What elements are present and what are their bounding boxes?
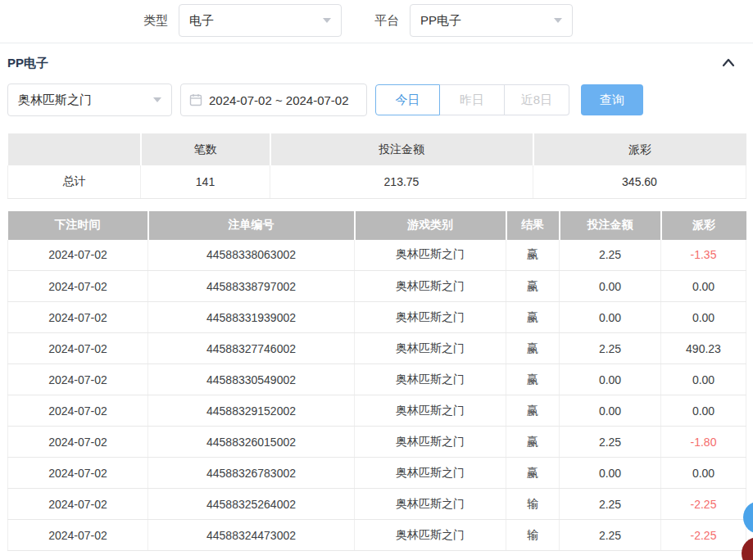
type-select[interactable]: 电子: [179, 4, 342, 37]
date-range-value: 2024-07-02 ~ 2024-07-02: [209, 93, 349, 107]
detail-header-row: 下注时间 注单编号 游戏类别 结果 投注金额 派彩: [8, 211, 746, 240]
game-select[interactable]: 奥林匹斯之门: [7, 84, 172, 116]
cell-result: 赢: [506, 427, 560, 458]
calendar-icon: [189, 93, 202, 106]
cell-game-type: 奥林匹斯之门: [355, 240, 506, 271]
cell-result: 赢: [506, 458, 560, 489]
page: 类型 电子 平台 PP电子 PP电子 奥林匹斯之门: [0, 0, 753, 560]
cell-game-type: 奥林匹斯之门: [355, 271, 506, 302]
cell-game-type: 奥林匹斯之门: [355, 302, 506, 333]
detail-header-payout: 派彩: [661, 211, 746, 240]
date-range-picker[interactable]: 2024-07-02 ~ 2024-07-02: [180, 84, 367, 116]
detail-header-game-type: 游戏类别: [355, 211, 506, 240]
yesterday-button[interactable]: 昨日: [440, 84, 505, 115]
detail-header-bet-amount: 投注金额: [560, 211, 661, 240]
cell-bet-amount: 0.00: [560, 364, 661, 395]
cell-result: 赢: [506, 302, 560, 333]
cell-bet-time: 2024-07-02: [8, 395, 148, 427]
cell-game-type: 奥林匹斯之门: [355, 427, 506, 458]
table-row: 2024-07-02 44588325264002 奥林匹斯之门 输 2.25 …: [8, 489, 746, 520]
cell-game-type: 奥林匹斯之门: [355, 520, 506, 551]
chevron-down-icon: [153, 97, 161, 102]
top-filter-bar: 类型 电子 平台 PP电子: [0, 0, 753, 37]
cell-bet-time: 2024-07-02: [8, 520, 148, 551]
summary-header-bet-amount: 投注金额: [270, 133, 533, 165]
table-row: 2024-07-02 44588326015002 奥林匹斯之门 赢 2.25 …: [8, 427, 746, 458]
last-8-days-button[interactable]: 近8日: [505, 84, 569, 115]
platform-label: 平台: [374, 13, 399, 29]
table-row: 2024-07-02 44588330549002 奥林匹斯之门 赢 0.00 …: [8, 364, 746, 395]
cell-order-id: 44588324473002: [148, 520, 355, 551]
detail-header-order-id: 注单编号: [148, 211, 355, 240]
cell-bet-time: 2024-07-02: [8, 271, 148, 302]
cell-bet-amount: 0.00: [560, 271, 661, 302]
detail-header-bet-time: 下注时间: [8, 211, 148, 240]
quick-range-group: 今日 昨日 近8日: [375, 84, 569, 115]
cell-game-type: 奥林匹斯之门: [355, 458, 506, 489]
summary-total-bet-amount: 213.75: [270, 165, 533, 198]
cell-result: 输: [506, 520, 560, 551]
cell-game-type: 奥林匹斯之门: [355, 395, 506, 427]
cell-bet-time: 2024-07-02: [8, 458, 148, 489]
cell-bet-time: 2024-07-02: [8, 364, 148, 395]
cell-result: 赢: [506, 333, 560, 364]
query-button[interactable]: 查询: [581, 84, 643, 115]
cell-bet-amount: 0.00: [560, 395, 661, 427]
table-row: 2024-07-02 44588338063002 奥林匹斯之门 赢 2.25 …: [8, 240, 746, 271]
summary-total-count: 141: [141, 165, 270, 198]
cell-bet-amount: 2.25: [560, 489, 661, 520]
chevron-down-icon: [554, 18, 562, 23]
type-label: 类型: [143, 13, 168, 29]
cell-payout: 0.00: [661, 395, 746, 427]
detail-table: 下注时间 注单编号 游戏类别 结果 投注金额 派彩 2024-07-02 445…: [7, 211, 746, 552]
cell-payout: 0.00: [661, 364, 746, 395]
detail-table-body: 2024-07-02 44588338063002 奥林匹斯之门 赢 2.25 …: [8, 240, 746, 551]
filter-row: 奥林匹斯之门 2024-07-02 ~ 2024-07-02 今日 昨日 近8日…: [7, 84, 753, 116]
cell-payout: -1.80: [661, 427, 746, 458]
today-button[interactable]: 今日: [375, 84, 440, 115]
cell-order-id: 44588325264002: [148, 489, 355, 520]
cell-game-type: 奥林匹斯之门: [355, 364, 506, 395]
section-header: PP电子: [0, 52, 753, 75]
divider: [0, 43, 753, 43]
cell-result: 赢: [506, 364, 560, 395]
platform-select[interactable]: PP电子: [410, 4, 573, 37]
cell-bet-amount: 2.25: [560, 427, 661, 458]
cell-order-id: 44588338063002: [148, 240, 355, 271]
cell-bet-amount: 0.00: [560, 302, 661, 333]
table-row: 2024-07-02 44588326783002 奥林匹斯之门 赢 0.00 …: [8, 458, 746, 489]
cell-payout: 0.00: [661, 271, 746, 302]
cell-payout: 490.23: [661, 333, 746, 364]
cell-game-type: 奥林匹斯之门: [355, 489, 506, 520]
cell-result: 赢: [506, 271, 560, 302]
cell-bet-time: 2024-07-02: [8, 240, 148, 271]
cell-order-id: 44588338797002: [148, 271, 355, 302]
chevron-down-icon: [323, 18, 331, 23]
cell-bet-time: 2024-07-02: [8, 427, 148, 458]
cell-bet-time: 2024-07-02: [8, 302, 148, 333]
cell-payout: 0.00: [661, 302, 746, 333]
cell-order-id: 44588326015002: [148, 427, 355, 458]
summary-total-label: 总计: [8, 165, 141, 198]
cell-result: 赢: [506, 240, 560, 271]
summary-header-count: 笔数: [141, 133, 270, 165]
collapse-chevron-up-icon[interactable]: [721, 56, 736, 70]
cell-bet-amount: 2.25: [560, 333, 661, 364]
cell-result: 赢: [506, 395, 560, 427]
table-row: 2024-07-02 44588324473002 奥林匹斯之门 输 2.25 …: [8, 520, 746, 551]
cell-bet-amount: 2.25: [560, 240, 661, 271]
summary-header-row: 笔数 投注金额 派彩: [8, 133, 746, 165]
table-row: 2024-07-02 44588327746002 奥林匹斯之门 赢 2.25 …: [8, 333, 746, 364]
cell-order-id: 44588330549002: [148, 364, 355, 395]
cell-order-id: 44588329152002: [148, 395, 355, 427]
summary-total-row: 总计 141 213.75 345.60: [8, 165, 746, 198]
type-select-value: 电子: [189, 13, 214, 29]
cell-payout: 0.00: [661, 458, 746, 489]
cell-payout: -2.25: [661, 520, 746, 551]
cell-order-id: 44588331939002: [148, 302, 355, 333]
cell-bet-amount: 0.00: [560, 458, 661, 489]
cell-bet-amount: 2.25: [560, 520, 661, 551]
cell-bet-time: 2024-07-02: [8, 333, 148, 364]
summary-header-empty: [8, 133, 141, 165]
cell-game-type: 奥林匹斯之门: [355, 333, 506, 364]
